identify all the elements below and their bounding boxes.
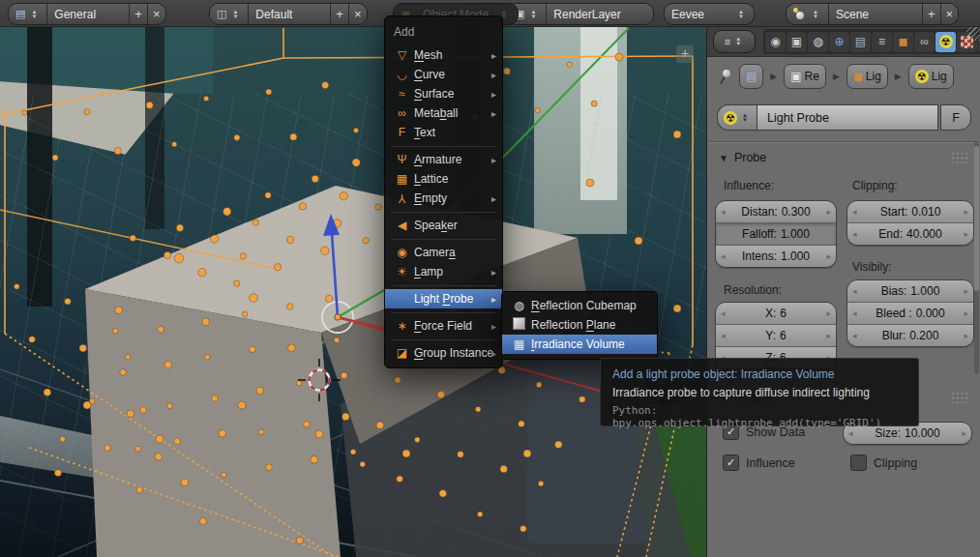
panel-drag-handle-icon[interactable]: :::::::: bbox=[951, 393, 969, 402]
irradiance-volume-icon: ▦ bbox=[511, 337, 527, 351]
breadcrumb-object-data[interactable]: ☢ Lig bbox=[908, 64, 954, 89]
menu-item-text[interactable]: FText bbox=[385, 123, 502, 142]
add-layout-button[interactable]: + bbox=[331, 4, 349, 24]
stepper-arrows-icon: ▲▼ bbox=[229, 10, 241, 19]
constraints-tab[interactable]: ∞ bbox=[914, 32, 935, 52]
value-slider-blur[interactable]: Blur:0.200 bbox=[847, 325, 973, 346]
view-layer-tab[interactable]: ▤ bbox=[850, 32, 871, 52]
resolution-label: Resolution: bbox=[724, 283, 782, 297]
value-slider-y[interactable]: Y:6 bbox=[716, 325, 836, 347]
breadcrumb-object[interactable]: ◼ Lig bbox=[846, 64, 888, 89]
clipping-check-label: Clipping bbox=[874, 456, 917, 470]
scene-tab[interactable]: ◍ bbox=[808, 32, 828, 52]
breadcrumb-render-layer[interactable]: ▣ Re bbox=[784, 64, 826, 89]
reflection-cubemap-icon: ◍ bbox=[511, 299, 527, 312]
probe-panel-header[interactable]: ▼ Probe :::::::: bbox=[719, 148, 969, 167]
menu-item-lattice[interactable]: ▦Lattice bbox=[385, 169, 502, 189]
visibility-label: Visibily: bbox=[852, 260, 891, 274]
field-label: Start: bbox=[880, 205, 908, 219]
workspace-name-field[interactable]: General bbox=[47, 4, 130, 24]
engine-select[interactable]: Eevee ▲▼ bbox=[665, 4, 754, 24]
clipping-checkbox[interactable] bbox=[850, 454, 867, 471]
menu-item-reflection-cubemap[interactable]: ◍Reflection Cubemap bbox=[502, 296, 657, 315]
menu-item-speaker[interactable]: ◀Speaker bbox=[385, 216, 502, 235]
menu-item-group-instance[interactable]: ◪Group Instance▸ bbox=[385, 343, 502, 363]
scene-name-field[interactable]: Scene bbox=[829, 4, 923, 24]
field-label: Blur: bbox=[882, 329, 906, 342]
fake-user-button[interactable]: F bbox=[940, 104, 971, 131]
render-layers-tab[interactable]: ▣ bbox=[787, 32, 807, 52]
add-workspace-button[interactable]: + bbox=[130, 4, 148, 24]
object-lines-tab[interactable]: ≡ bbox=[872, 32, 892, 52]
value-slider-bias[interactable]: Bias:1.000 bbox=[847, 280, 973, 303]
close-workspace-button[interactable]: × bbox=[148, 4, 165, 24]
add-scene-button[interactable]: + bbox=[923, 4, 941, 24]
field-label: Falloff: bbox=[742, 227, 777, 241]
properties-breadcrumb: ▤ ▶ ▣ Re ▶ ◼ Lig ▶ ☢ Lig bbox=[707, 56, 980, 97]
reflection-plane-icon bbox=[511, 317, 527, 333]
editor-type-button[interactable]: ≡ ▲▼ bbox=[713, 30, 756, 53]
menu-item-camera[interactable]: ◉Camera bbox=[385, 243, 502, 262]
menu-item-lamp[interactable]: ☀Lamp▸ bbox=[385, 262, 502, 281]
submenu-arrow-icon: ▸ bbox=[491, 89, 496, 100]
properties-editor-icon: ≡ bbox=[725, 36, 730, 47]
light-probe-data-icon: ☢ bbox=[915, 70, 929, 83]
value-slider-start[interactable]: Start:0.010 bbox=[847, 201, 973, 223]
render-tab[interactable]: ◉ bbox=[765, 32, 786, 52]
object-tab[interactable]: ◼ bbox=[893, 32, 913, 52]
menu-item-light-probe[interactable]: Light Probe▸ bbox=[385, 289, 502, 308]
submenu-arrow-icon: ▸ bbox=[491, 70, 496, 80]
menu-item-label: Force Field bbox=[414, 319, 472, 333]
close-scene-button[interactable]: × bbox=[941, 4, 959, 24]
lattice-icon: ▦ bbox=[394, 172, 410, 186]
menu-item-surface[interactable]: ≈Surface▸ bbox=[385, 84, 502, 103]
breadcrumb-screen[interactable]: ▤ bbox=[739, 64, 763, 89]
panel-drag-handle-icon[interactable]: :::::::: bbox=[951, 153, 969, 162]
datablock-type-button[interactable]: ☢ ▲▼ bbox=[717, 104, 757, 131]
value-slider-end[interactable]: End:40.000 bbox=[847, 223, 973, 245]
pin-icon[interactable] bbox=[719, 69, 732, 84]
field-label: Distan: bbox=[741, 205, 777, 219]
empty-icon: Y bbox=[394, 191, 410, 205]
render-layers-icon: ▣ bbox=[790, 70, 801, 83]
submenu-arrow-icon: ▸ bbox=[491, 155, 496, 165]
value-slider-x[interactable]: X:6 bbox=[716, 303, 836, 325]
menu-item-armature[interactable]: ΨArmature▸ bbox=[385, 150, 502, 169]
close-layout-button[interactable]: × bbox=[349, 4, 367, 24]
viewport-expand-icon[interactable]: + bbox=[676, 45, 694, 63]
field-label: Intens: bbox=[742, 249, 777, 263]
submenu-arrow-icon: ▸ bbox=[491, 193, 496, 204]
menu-item-empty[interactable]: YEmpty▸ bbox=[385, 189, 502, 208]
layout-widget: ◫ ▲▼ Default + × bbox=[209, 3, 368, 25]
menu-item-label: Irradiance Volume bbox=[531, 337, 625, 351]
influence-fields: Distan:0.300Falloff:1.000Intens:1.000 bbox=[715, 200, 837, 268]
object-data-tab[interactable]: ☢ bbox=[935, 32, 956, 52]
value-slider-intens[interactable]: Intens:1.000 bbox=[716, 246, 836, 267]
breadcrumb-arrow-icon: ▶ bbox=[833, 72, 840, 81]
value-slider-bleed[interactable]: Bleed :0.000 bbox=[847, 303, 973, 325]
layout-name-field[interactable]: Default bbox=[249, 4, 331, 24]
scene-select-button[interactable]: ▲▼ bbox=[787, 4, 829, 24]
value-slider-falloff[interactable]: Falloff:1.000 bbox=[716, 223, 836, 246]
submenu-arrow-icon: ▸ bbox=[491, 348, 496, 359]
menu-item-reflection-plane[interactable]: Reflection Plane bbox=[502, 315, 657, 335]
render-layer-field[interactable]: RenderLayer bbox=[547, 4, 653, 24]
datablock-name-input[interactable]: Light Probe bbox=[757, 104, 938, 131]
world-tab[interactable]: ⊕ bbox=[829, 32, 849, 52]
menu-item-label: Armature bbox=[414, 153, 461, 166]
value-slider-distan[interactable]: Distan:0.300 bbox=[716, 201, 836, 223]
menu-item-mesh[interactable]: ▽Mesh▸ bbox=[385, 45, 502, 65]
menu-item-force-field[interactable]: ∗Force Field▸ bbox=[385, 316, 502, 336]
menu-item-label: Camera bbox=[414, 246, 456, 259]
menu-item-irradiance-volume[interactable]: ▦Irradiance Volume bbox=[502, 335, 657, 354]
cube-front-face bbox=[85, 289, 341, 557]
tooltip-python: Python: bpy.ops.object.lightprobe_add(ty… bbox=[612, 404, 906, 429]
menu-item-metaball[interactable]: ∞Metaball▸ bbox=[385, 103, 502, 123]
layout-select-button[interactable]: ◫ ▲▼ bbox=[210, 4, 249, 24]
corner-resize-grip[interactable] bbox=[966, 27, 980, 41]
menu-item-curve[interactable]: ◡Curve▸ bbox=[385, 65, 502, 84]
influence-checkbox[interactable] bbox=[723, 454, 739, 471]
scrollbar[interactable] bbox=[974, 142, 979, 374]
editor-type-button[interactable]: ▤ ▲▼ bbox=[9, 4, 47, 24]
datablock-name-row: ☢ ▲▼ Light Probe F bbox=[717, 104, 971, 131]
